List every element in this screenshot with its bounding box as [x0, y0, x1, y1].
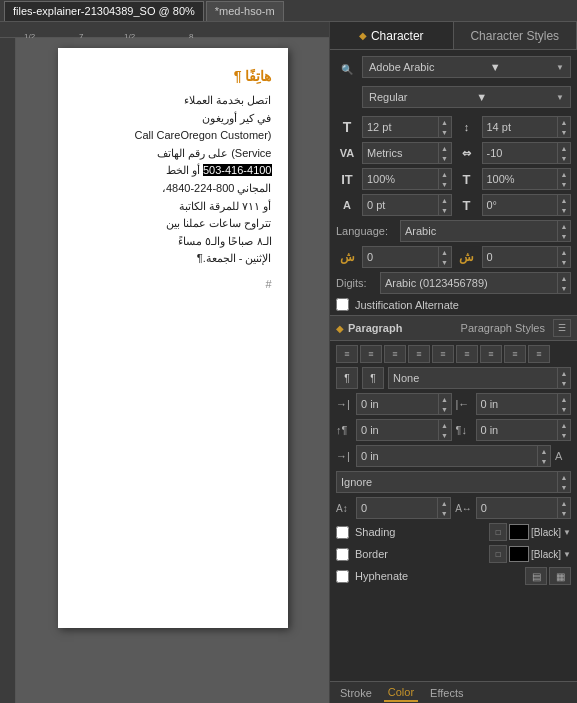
- panel-menu-icon[interactable]: ☰: [553, 319, 571, 337]
- align-right-btn[interactable]: ≡: [384, 345, 406, 363]
- baseline-up[interactable]: ▲: [439, 195, 451, 205]
- tcy-down-down[interactable]: ▼: [558, 257, 570, 267]
- indent-left-field[interactable]: [357, 398, 438, 410]
- font-name-dropdown[interactable]: Adobe Arabic ▼: [362, 56, 571, 78]
- last-indent-field[interactable]: [357, 450, 537, 462]
- hyphenate-checkbox[interactable]: [336, 570, 349, 583]
- font-style-dropdown[interactable]: Regular ▼: [362, 86, 571, 108]
- leading-input[interactable]: ▲ ▼: [482, 116, 572, 138]
- baseline-field[interactable]: [363, 199, 438, 211]
- indent-left-up[interactable]: ▲: [439, 394, 451, 404]
- language-dropdown[interactable]: ▲ ▼: [400, 220, 571, 242]
- space-after-input[interactable]: ▲ ▼: [476, 419, 572, 441]
- baseline-input[interactable]: ▲ ▼: [362, 194, 452, 216]
- border-checkbox[interactable]: [336, 548, 349, 561]
- align-justify-btn[interactable]: ≡: [408, 345, 430, 363]
- none-dropdown[interactable]: ▲ ▼: [388, 367, 571, 389]
- align-justify-right-btn[interactable]: ≡: [456, 345, 478, 363]
- font-size-input[interactable]: ▲ ▼: [362, 116, 452, 138]
- vert-scale-input[interactable]: ▲ ▼: [362, 168, 452, 190]
- border-color-swatch[interactable]: [509, 546, 529, 562]
- tracking-up[interactable]: ▲: [558, 143, 570, 153]
- tracking-input[interactable]: ▲ ▼: [482, 142, 572, 164]
- leading-field[interactable]: [483, 121, 558, 133]
- tcy-down-input[interactable]: ▲ ▼: [482, 246, 572, 268]
- leading-up[interactable]: ▲: [558, 117, 570, 127]
- bottom-tab-color[interactable]: Color: [384, 684, 418, 702]
- align-rtl-right-btn[interactable]: ≡: [528, 345, 550, 363]
- tracking-field[interactable]: [483, 147, 558, 159]
- vert-scale-field[interactable]: [363, 173, 438, 185]
- baseline-down[interactable]: ▼: [439, 205, 451, 215]
- none-field[interactable]: [389, 372, 557, 384]
- align-force-btn[interactable]: ≡: [480, 345, 502, 363]
- ignore-field[interactable]: [337, 476, 557, 488]
- tab-explainer[interactable]: files-explainer-21304389_SO @ 80%: [4, 1, 204, 21]
- space-before-down[interactable]: ▼: [439, 430, 451, 440]
- indent-right-up[interactable]: ▲: [558, 394, 570, 404]
- align-rtl-left-btn[interactable]: ≡: [504, 345, 526, 363]
- border-frame-icon[interactable]: □: [489, 545, 507, 563]
- indent-left-input[interactable]: ▲ ▼: [356, 393, 452, 415]
- align-left-btn[interactable]: ≡: [336, 345, 358, 363]
- space-before-up[interactable]: ▲: [439, 420, 451, 430]
- align-center-btn[interactable]: ≡: [360, 345, 382, 363]
- kerning-down[interactable]: ▼: [439, 153, 451, 163]
- dropcap-chars-field[interactable]: [477, 502, 557, 514]
- justification-alt-checkbox[interactable]: [336, 298, 349, 311]
- last-indent-up[interactable]: ▲: [538, 446, 550, 456]
- language-down[interactable]: ▼: [558, 231, 570, 241]
- indent-right-input[interactable]: ▲ ▼: [476, 393, 572, 415]
- dropcap-chars-up[interactable]: ▲: [558, 498, 570, 508]
- paragraph-section-header[interactable]: ◆ Paragraph Paragraph Styles ☰: [330, 315, 577, 341]
- digits-field[interactable]: [381, 277, 557, 289]
- none-down[interactable]: ▼: [558, 378, 570, 388]
- space-after-up[interactable]: ▲: [558, 420, 570, 430]
- kerning-field[interactable]: [363, 147, 438, 159]
- leading-down[interactable]: ▼: [558, 127, 570, 137]
- tcy-down-field[interactable]: [483, 251, 558, 263]
- dropcap-chars-input[interactable]: ▲ ▼: [476, 497, 571, 519]
- ignore-dropdown[interactable]: ▲ ▼: [336, 471, 571, 493]
- dropcap-lines-up[interactable]: ▲: [438, 498, 450, 508]
- indent-right-down[interactable]: ▼: [558, 404, 570, 414]
- language-up[interactable]: ▲: [558, 221, 570, 231]
- rotation-up[interactable]: ▲: [558, 195, 570, 205]
- para-icon-1[interactable]: ¶: [336, 367, 358, 389]
- rotation-input[interactable]: ▲ ▼: [482, 194, 572, 216]
- space-after-down[interactable]: ▼: [558, 430, 570, 440]
- shading-dropdown-arrow[interactable]: ▼: [563, 528, 571, 537]
- tcy-up-down[interactable]: ▼: [439, 257, 451, 267]
- space-before-input[interactable]: ▲ ▼: [356, 419, 452, 441]
- border-dropdown-arrow[interactable]: ▼: [563, 550, 571, 559]
- hyphen-btn-1[interactable]: ▤: [525, 567, 547, 585]
- dropcap-lines-field[interactable]: [357, 502, 437, 514]
- bottom-tab-effects[interactable]: Effects: [426, 685, 467, 701]
- align-justify-left-btn[interactable]: ≡: [432, 345, 454, 363]
- horiz-scale-down[interactable]: ▼: [558, 179, 570, 189]
- digits-up[interactable]: ▲: [558, 273, 570, 283]
- hyphen-btn-2[interactable]: ▦: [549, 567, 571, 585]
- tab-character-styles[interactable]: Character Styles: [454, 22, 578, 49]
- dropcap-chars-down[interactable]: ▼: [558, 508, 570, 518]
- digits-down[interactable]: ▼: [558, 283, 570, 293]
- tracking-down[interactable]: ▼: [558, 153, 570, 163]
- tab-med[interactable]: *med-hso-m: [206, 1, 284, 21]
- rotation-down[interactable]: ▼: [558, 205, 570, 215]
- indent-left-down[interactable]: ▼: [439, 404, 451, 414]
- kerning-dropdown[interactable]: ▲ ▼: [362, 142, 452, 164]
- vert-scale-down[interactable]: ▼: [439, 179, 451, 189]
- horiz-scale-field[interactable]: [483, 173, 558, 185]
- horiz-scale-up[interactable]: ▲: [558, 169, 570, 179]
- tcy-down-up[interactable]: ▲: [558, 247, 570, 257]
- tab-character[interactable]: ◆ Character: [330, 22, 454, 49]
- space-before-field[interactable]: [357, 424, 438, 436]
- digits-dropdown[interactable]: ▲ ▼: [380, 272, 571, 294]
- paragraph-styles-tab[interactable]: Paragraph Styles: [461, 322, 545, 334]
- space-after-field[interactable]: [477, 424, 558, 436]
- horiz-scale-input[interactable]: ▲ ▼: [482, 168, 572, 190]
- bottom-tab-stroke[interactable]: Stroke: [336, 685, 376, 701]
- shading-color-swatch[interactable]: [509, 524, 529, 540]
- kerning-up[interactable]: ▲: [439, 143, 451, 153]
- font-size-down[interactable]: ▼: [439, 127, 451, 137]
